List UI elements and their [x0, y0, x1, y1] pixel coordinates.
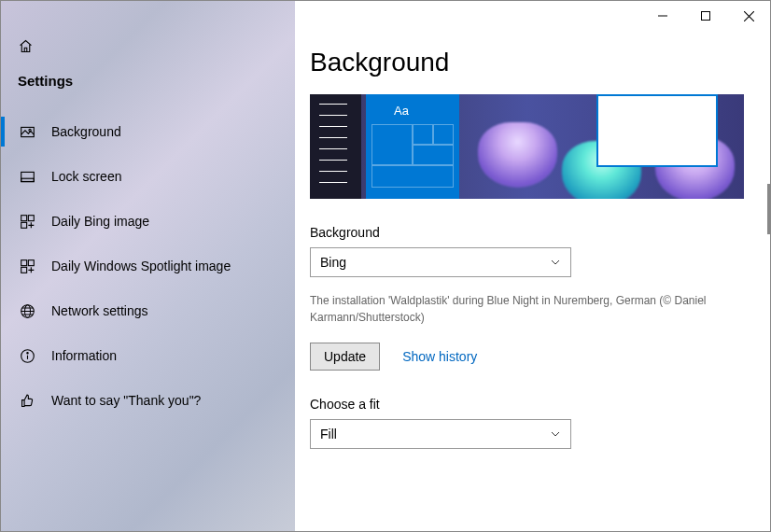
svg-rect-5: [28, 215, 34, 220]
sidebar-item-thank-you[interactable]: Want to say "Thank you"?: [1, 378, 295, 423]
sidebar-item-lock-screen[interactable]: Lock screen: [1, 154, 295, 199]
svg-rect-7: [21, 259, 26, 265]
show-history-link[interactable]: Show history: [402, 349, 477, 364]
svg-rect-6: [21, 222, 26, 228]
sidebar-item-information[interactable]: Information: [1, 333, 295, 378]
preview-window: [596, 94, 718, 167]
svg-point-13: [26, 352, 27, 353]
svg-rect-14: [702, 12, 710, 21]
titlebar: [295, 1, 770, 31]
globe-icon: [18, 303, 36, 319]
sidebar-item-label: Daily Bing image: [51, 214, 149, 229]
main-pane: Background Aa Background: [295, 1, 770, 531]
settings-header: Settings: [1, 73, 295, 109]
lockscreen-icon: [18, 169, 36, 185]
sidebar-item-network[interactable]: Network settings: [1, 288, 295, 333]
grid-plus-icon: [18, 214, 36, 230]
sidebar-item-background[interactable]: Background: [1, 109, 295, 154]
grid-plus-icon: [18, 259, 36, 274]
chevron-down-icon: [550, 428, 561, 440]
scrollbar-thumb[interactable]: [767, 184, 770, 234]
preview-sample-text: Aa: [394, 104, 409, 118]
page-title: Background: [310, 48, 744, 77]
update-button[interactable]: Update: [310, 343, 380, 371]
preview-taskbar: [310, 94, 361, 199]
fit-select[interactable]: Fill: [310, 419, 571, 449]
fit-label: Choose a fit: [310, 397, 744, 412]
svg-rect-8: [28, 259, 34, 265]
content-area: Background Aa Background: [295, 31, 770, 531]
chevron-down-icon: [550, 257, 561, 268]
background-select[interactable]: Bing: [310, 247, 571, 277]
maximize-button[interactable]: [684, 1, 727, 31]
minimize-button[interactable]: [641, 1, 684, 31]
background-label: Background: [310, 225, 744, 240]
sidebar-item-label: Background: [51, 124, 121, 139]
thumbs-up-icon: [18, 393, 36, 409]
sidebar-item-label: Daily Windows Spotlight image: [51, 259, 231, 273]
sidebar-item-label: Lock screen: [51, 169, 121, 184]
sidebar: Settings Background Lock screen: [1, 1, 295, 531]
sidebar-item-label: Want to say "Thank you"?: [51, 393, 201, 408]
fit-select-value: Fill: [320, 427, 337, 441]
image-caption: The installation 'Waldplastik' during Bl…: [310, 292, 739, 326]
sidebar-item-daily-spotlight[interactable]: Daily Windows Spotlight image: [1, 244, 295, 288]
info-icon: [18, 348, 36, 364]
svg-rect-4: [21, 215, 26, 220]
svg-point-1: [28, 129, 30, 131]
sidebar-item-daily-bing[interactable]: Daily Bing image: [1, 199, 295, 244]
svg-rect-9: [21, 267, 26, 273]
picture-icon: [18, 124, 36, 140]
sidebar-item-label: Information: [51, 348, 117, 363]
background-select-value: Bing: [320, 255, 346, 270]
sidebar-list: Background Lock screen Daily Bing image: [1, 109, 295, 423]
sidebar-item-label: Network settings: [51, 303, 147, 318]
svg-rect-3: [21, 178, 34, 181]
preview-flora: [478, 122, 557, 188]
desktop-preview: Aa: [310, 94, 744, 199]
home-icon[interactable]: [18, 38, 278, 54]
close-button[interactable]: [727, 1, 770, 31]
